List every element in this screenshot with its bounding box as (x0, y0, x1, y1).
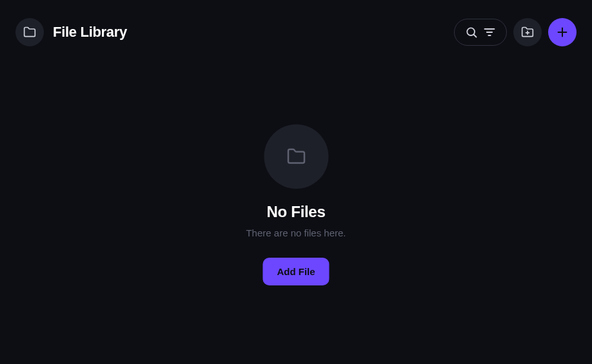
search-icon (465, 26, 478, 39)
header: File Library (0, 0, 592, 64)
folder-icon (286, 147, 306, 166)
add-file-button[interactable]: Add File (262, 258, 329, 285)
empty-state-title: No Files (267, 203, 326, 221)
folder-icon (23, 26, 36, 39)
library-icon-container (15, 18, 44, 46)
search-filter-group (454, 19, 507, 46)
header-actions (454, 18, 577, 46)
add-button[interactable] (548, 18, 577, 46)
plus-icon (555, 25, 569, 39)
search-button[interactable] (465, 26, 478, 39)
empty-state-icon-container (264, 124, 328, 189)
filter-icon (483, 26, 496, 39)
svg-line-1 (474, 35, 477, 37)
empty-state-subtitle: There are no files here. (246, 227, 346, 238)
header-left: File Library (15, 18, 127, 46)
empty-state: No Files There are no files here. Add Fi… (246, 124, 346, 285)
folder-plus-icon (521, 26, 534, 39)
new-folder-button[interactable] (513, 18, 542, 46)
page-title: File Library (53, 24, 127, 41)
filter-button[interactable] (483, 26, 496, 39)
